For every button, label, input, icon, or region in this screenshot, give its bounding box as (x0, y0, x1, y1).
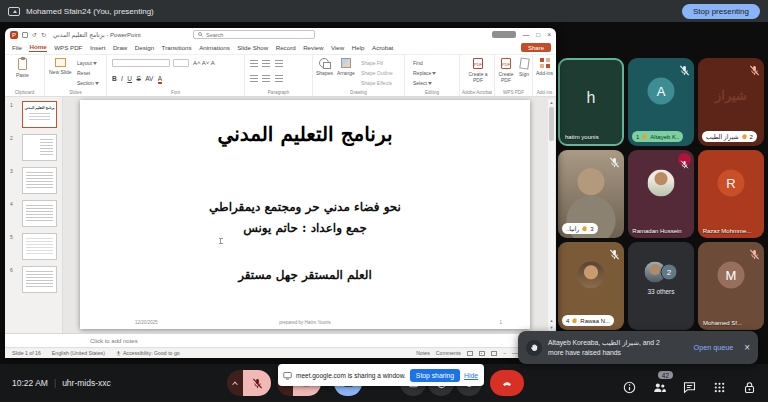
activities-button[interactable] (713, 380, 726, 393)
bullets-button[interactable] (250, 60, 258, 67)
participant-tile-hatim-younis[interactable]: h hatim younis (558, 58, 624, 146)
grow-shrink-font-buttons[interactable]: A˄ A˅ A (193, 60, 215, 66)
section-button[interactable]: Section (77, 80, 99, 86)
select-button[interactable]: Select (413, 80, 432, 86)
slide-thumbnail-3[interactable] (22, 167, 57, 194)
tab-slide-show[interactable]: Slide Show (237, 44, 268, 51)
strikethrough-button[interactable]: S (136, 75, 140, 82)
mic-toggle-button[interactable] (243, 370, 271, 396)
shape-outline-button[interactable]: Shape Outline (361, 70, 393, 76)
scroll-up-icon[interactable]: ▲ (548, 100, 555, 105)
stop-sharing-button[interactable]: Stop sharing (410, 369, 460, 382)
bold-button[interactable]: B (112, 75, 117, 82)
scrollbar-thumb[interactable] (549, 107, 554, 141)
tab-design[interactable]: Design (135, 44, 154, 51)
notes-toggle[interactable]: Notes (416, 350, 430, 356)
leave-call-button[interactable] (490, 370, 524, 396)
find-button[interactable]: Find (413, 60, 423, 66)
ppt-search-input[interactable]: Search (193, 30, 315, 39)
tab-wps-pdf[interactable]: WPS PDF (54, 44, 82, 51)
raised-hand-badge[interactable]: 2 شيراز الطيب (702, 131, 757, 142)
people-panel-button[interactable]: 42 (653, 380, 666, 393)
character-spacing-button[interactable]: AV (145, 75, 153, 82)
tab-view[interactable]: View (331, 44, 344, 51)
slide-thumbnail-1[interactable]: برنامج التعليم المدني (22, 101, 57, 128)
underline-button[interactable]: U (127, 75, 132, 82)
create-a-pdf-button[interactable]: PDF Create a PDF (465, 58, 491, 83)
participant-tile-rania-video[interactable]: 3 رانيا.. (558, 150, 624, 238)
participant-tile-rawaa[interactable]: 4 Rawaa N... (558, 242, 624, 330)
indent-button[interactable] (275, 60, 283, 67)
slide-thumbnail-2[interactable] (22, 134, 57, 161)
participant-tile-mohamed[interactable]: M Mohamed Sf... (698, 242, 764, 330)
open-queue-button[interactable]: Open queue (694, 343, 734, 352)
raised-hand-badge[interactable]: 4 Rawaa N... (562, 315, 614, 326)
participant-tile-shiraz[interactable]: شيراز 2 شيراز الطيب (698, 58, 764, 146)
slide-canvas[interactable]: برنامج التعليم المدني نحو فضاء مدني حر و… (80, 100, 530, 329)
participant-tile-ramadan[interactable]: Ramadan Hussein (628, 150, 694, 238)
restore-button[interactable]: □ (536, 31, 540, 38)
overflow-tile-others[interactable]: 2 33 others (628, 242, 694, 330)
slide-title[interactable]: برنامج التعليم المدني (80, 122, 530, 146)
close-icon[interactable]: × (744, 342, 750, 353)
align-left-button[interactable] (250, 75, 258, 82)
close-button[interactable]: × (547, 31, 551, 38)
slide-subtitle-2[interactable]: جمع واعداد : حاتم يونس (80, 221, 530, 235)
zoom-out-icon[interactable]: − (503, 350, 506, 356)
vertical-scrollbar[interactable]: ▲ ▲ ▼ (548, 99, 555, 331)
slide-thumbnail-5[interactable] (22, 233, 57, 260)
hide-link[interactable]: Hide (464, 372, 478, 379)
chat-panel-button[interactable] (683, 380, 696, 393)
tab-record[interactable]: Record (276, 44, 296, 51)
tab-animations[interactable]: Animations (199, 44, 230, 51)
tab-draw[interactable]: Draw (113, 44, 127, 51)
tab-home[interactable]: Home (29, 43, 46, 52)
shape-fill-button[interactable]: Shape Fill (361, 60, 383, 66)
ppt-titlebar[interactable]: P ↺ ↻ برنامج التعليم المدني - PowerPoint… (5, 28, 556, 41)
add-ins-button[interactable]: Add-ins (536, 58, 553, 76)
normal-view-icon[interactable] (467, 351, 473, 356)
align-right-button[interactable] (275, 75, 283, 82)
tab-help[interactable]: Help (352, 44, 365, 51)
paste-button[interactable]: Paste (16, 58, 29, 78)
meeting-details-button[interactable] (623, 380, 636, 393)
mic-options-button[interactable] (227, 370, 243, 396)
slide-sorter-view-icon[interactable] (479, 351, 485, 356)
participant-tile-razaz[interactable]: R Razaz Mohmme... (698, 150, 764, 238)
slideshow-view-icon[interactable] (491, 351, 497, 356)
minimize-button[interactable]: — (523, 31, 530, 38)
save-icon[interactable] (22, 32, 28, 38)
replace-button[interactable]: Replace (413, 70, 436, 76)
slide-subtitle-1[interactable]: نحو فضاء مدني حر ومجتمع ديمقراطي (80, 200, 530, 214)
slide-thumbnail-6[interactable] (22, 266, 57, 293)
slide-subtitle-3[interactable]: العلم المستقر جهل مستقر (80, 268, 530, 282)
arrange-button[interactable]: Arrange (337, 58, 355, 76)
previous-slide-icon[interactable]: ▲ (548, 318, 555, 323)
italic-button[interactable]: I (121, 75, 123, 82)
undo-icon[interactable]: ↺ (32, 32, 37, 38)
ribbon-options-button[interactable] (492, 31, 516, 38)
raised-hand-badge[interactable]: 3 رانيا.. (562, 223, 598, 234)
font-name-select[interactable] (112, 59, 170, 67)
font-color-button[interactable]: A (158, 75, 162, 84)
comments-toggle[interactable]: Comments (436, 350, 461, 356)
host-controls-button[interactable] (743, 380, 756, 393)
next-slide-icon[interactable]: ▼ (548, 325, 555, 330)
raised-hand-badge[interactable]: 1 Altayeb K.. (632, 131, 683, 142)
tab-acrobat[interactable]: Acrobat (372, 44, 393, 51)
tab-review[interactable]: Review (303, 44, 323, 51)
create-pdf-button[interactable]: PDF Create PDF (496, 58, 516, 83)
redo-icon[interactable]: ↻ (41, 32, 46, 38)
layout-button[interactable]: Layout (77, 60, 97, 66)
accessibility-status[interactable]: Accessibility: Good to go (116, 350, 180, 356)
tab-insert[interactable]: Insert (90, 44, 105, 51)
language-status[interactable]: English (United States) (52, 350, 105, 356)
stop-presenting-button[interactable]: Stop presenting (682, 4, 760, 19)
participant-tile-altayeb[interactable]: A 1 Altayeb K.. (628, 58, 694, 146)
new-slide-button[interactable]: New Slide (49, 58, 72, 75)
reset-button[interactable]: Reset (77, 70, 90, 76)
font-size-select[interactable] (173, 59, 189, 67)
slide-thumbnail-4[interactable] (22, 200, 57, 227)
ppt-share-button[interactable]: Share (521, 43, 551, 52)
tab-transitions[interactable]: Transitions (162, 44, 192, 51)
